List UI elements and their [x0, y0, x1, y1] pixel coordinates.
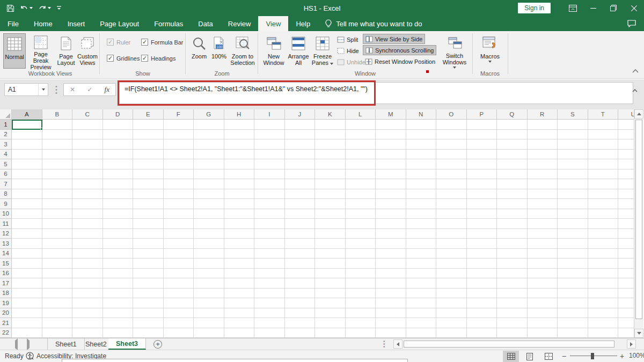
cell-A6[interactable]	[12, 169, 42, 180]
cell-T15[interactable]	[588, 258, 619, 269]
cell-P20[interactable]	[467, 308, 497, 319]
cell-C14[interactable]	[72, 249, 103, 259]
cell-G1[interactable]	[194, 120, 224, 130]
cell-Q6[interactable]	[497, 169, 528, 180]
cell-Q17[interactable]	[497, 278, 528, 289]
cell-I20[interactable]	[254, 308, 285, 319]
page-layout-view-button[interactable]: Page Layout	[56, 33, 76, 69]
cell-K14[interactable]	[315, 249, 346, 259]
cell-K16[interactable]	[315, 269, 346, 279]
cell-J13[interactable]	[285, 239, 316, 249]
cell-F3[interactable]	[164, 139, 194, 150]
cell-T19[interactable]	[588, 298, 619, 308]
cell-I8[interactable]	[254, 189, 285, 200]
cell-P16[interactable]	[467, 269, 497, 279]
cell-K1[interactable]	[315, 120, 346, 130]
row-header-2[interactable]: 2	[0, 130, 12, 140]
cell-P4[interactable]	[467, 150, 497, 160]
cell-F12[interactable]	[164, 229, 194, 239]
cell-J19[interactable]	[285, 298, 316, 308]
column-header-T[interactable]: T	[588, 109, 619, 120]
cell-J21[interactable]	[285, 318, 316, 328]
cell-O20[interactable]	[436, 308, 467, 319]
tab-help[interactable]: Help	[288, 16, 318, 31]
cell-R3[interactable]	[528, 139, 558, 150]
ribbon-display-options-button[interactable]	[562, 0, 583, 16]
cell-S12[interactable]	[558, 229, 588, 239]
cell-G5[interactable]	[194, 159, 224, 169]
sheet-tab-sheet3[interactable]: Sheet3	[108, 338, 146, 350]
cell-D18[interactable]	[103, 289, 134, 299]
cell-P21[interactable]	[467, 318, 497, 328]
restore-button[interactable]	[603, 0, 624, 16]
cell-O8[interactable]	[436, 189, 467, 200]
cell-O7[interactable]	[436, 179, 467, 189]
column-header-B[interactable]: B	[42, 109, 73, 120]
cell-T4[interactable]	[588, 150, 619, 160]
cell-F8[interactable]	[164, 189, 194, 200]
cell-Q22[interactable]	[497, 328, 528, 338]
cell-H7[interactable]	[224, 179, 255, 189]
cell-D6[interactable]	[103, 169, 134, 180]
cell-D4[interactable]	[103, 150, 134, 160]
cell-L14[interactable]	[346, 249, 376, 259]
cell-A22[interactable]	[12, 328, 42, 338]
select-all-corner[interactable]	[0, 109, 12, 120]
cell-C5[interactable]	[72, 159, 103, 169]
cell-C12[interactable]	[72, 229, 103, 239]
cell-S10[interactable]	[558, 209, 588, 219]
cell-T1[interactable]	[588, 120, 619, 130]
cell-S16[interactable]	[558, 269, 588, 279]
cell-N4[interactable]	[406, 150, 437, 160]
cell-J1[interactable]	[285, 120, 316, 130]
cell-U20[interactable]	[618, 308, 634, 319]
cell-F21[interactable]	[164, 318, 194, 328]
cell-U21[interactable]	[618, 318, 634, 328]
cell-F13[interactable]	[164, 239, 194, 249]
row-header-11[interactable]: 11	[0, 219, 12, 229]
cell-U3[interactable]	[618, 139, 634, 150]
redo-button[interactable]	[38, 4, 51, 12]
cell-S19[interactable]	[558, 298, 588, 308]
cell-M16[interactable]	[376, 269, 406, 279]
cell-L10[interactable]	[346, 209, 376, 219]
cell-A14[interactable]	[12, 249, 42, 259]
cell-U13[interactable]	[618, 239, 634, 249]
new-window-button[interactable]: New Window	[261, 33, 286, 69]
cell-K10[interactable]	[315, 209, 346, 219]
cell-B5[interactable]	[42, 159, 73, 169]
cell-N8[interactable]	[406, 189, 437, 200]
cell-H19[interactable]	[224, 298, 255, 308]
cell-R17[interactable]	[528, 278, 558, 289]
cell-M11[interactable]	[376, 219, 406, 229]
cell-U1[interactable]	[618, 120, 634, 130]
cell-G16[interactable]	[194, 269, 224, 279]
cell-P9[interactable]	[467, 199, 497, 209]
cell-S8[interactable]	[558, 189, 588, 200]
cell-I17[interactable]	[254, 278, 285, 289]
cell-O14[interactable]	[436, 249, 467, 259]
cell-E13[interactable]	[133, 239, 164, 249]
cell-R18[interactable]	[528, 289, 558, 299]
cell-T21[interactable]	[588, 318, 619, 328]
cell-J14[interactable]	[285, 249, 316, 259]
cell-Q5[interactable]	[497, 159, 528, 169]
cell-A19[interactable]	[12, 298, 42, 308]
cell-U2[interactable]	[618, 130, 634, 140]
tab-formulas[interactable]: Formulas	[147, 16, 191, 31]
scroll-down-button[interactable]	[634, 329, 643, 338]
row-header-19[interactable]: 19	[0, 298, 12, 308]
unhide-button[interactable]: Unhide	[337, 57, 365, 67]
cell-O2[interactable]	[436, 130, 467, 140]
cell-D11[interactable]	[103, 219, 134, 229]
cell-M10[interactable]	[376, 209, 406, 219]
cell-T6[interactable]	[588, 169, 619, 180]
cell-C2[interactable]	[72, 130, 103, 140]
column-header-I[interactable]: I	[254, 109, 285, 120]
cell-M15[interactable]	[376, 258, 406, 269]
cell-S4[interactable]	[558, 150, 588, 160]
cell-A13[interactable]	[12, 239, 42, 249]
cell-Q7[interactable]	[497, 179, 528, 189]
cell-B19[interactable]	[42, 298, 73, 308]
cell-C8[interactable]	[72, 189, 103, 200]
